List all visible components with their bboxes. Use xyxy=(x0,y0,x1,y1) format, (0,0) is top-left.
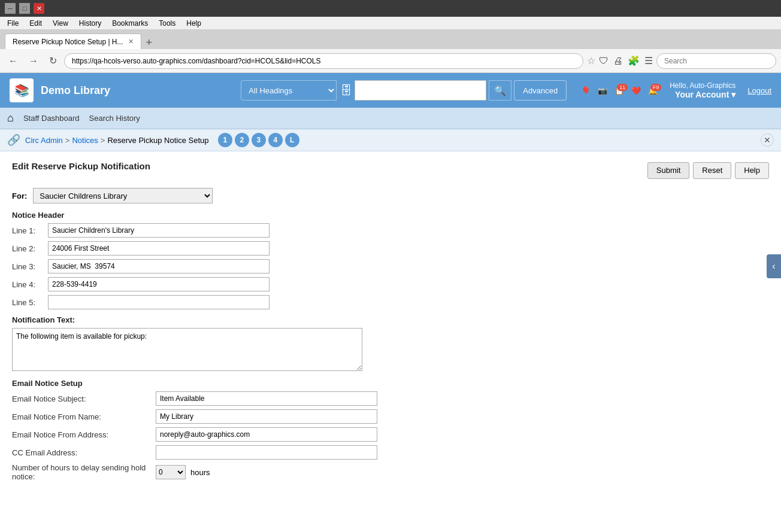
logout-button[interactable]: Logout xyxy=(747,86,771,95)
step-1[interactable]: 1 xyxy=(218,133,232,147)
balloon-icon-wrapper[interactable]: 🎈 xyxy=(581,86,591,95)
balloon-icon: 🎈 xyxy=(581,86,591,95)
search-history-link[interactable]: Search History xyxy=(89,114,140,123)
search-container: All Headings 🗄 🔍 Advanced xyxy=(241,80,567,101)
email-subject-label: Email Notice Subject: xyxy=(12,394,156,403)
close-button[interactable]: ✕ xyxy=(34,3,44,14)
new-tab-button[interactable]: + xyxy=(144,37,155,49)
form-area: Edit Reserve Pickup Notification Submit … xyxy=(0,151,781,494)
breadcrumb: 🔗 Circ Admin > Notices > Reserve Pickup … xyxy=(7,133,299,147)
heart-icon-wrapper[interactable]: ❤️ xyxy=(631,86,641,95)
for-label: For: xyxy=(12,191,27,200)
step-3[interactable]: 3 xyxy=(252,133,266,147)
help-button[interactable]: Help xyxy=(735,162,769,179)
menu-history[interactable]: History xyxy=(74,18,106,29)
step-l[interactable]: L xyxy=(285,133,299,147)
browser-search-input[interactable] xyxy=(656,53,776,69)
notification-text-row: The following item is available for pick… xyxy=(12,328,769,373)
email-subject-input[interactable] xyxy=(156,391,377,406)
breadcrumb-circ-admin[interactable]: Circ Admin xyxy=(25,136,63,145)
browser-toolbar-icons: 🛡 🖨 🧩 ☰ xyxy=(599,55,653,66)
search-input[interactable] xyxy=(355,80,486,101)
line2-label: Line 2: xyxy=(12,244,48,253)
line2-input[interactable] xyxy=(48,241,270,256)
database-icon[interactable]: 🗄 xyxy=(340,84,352,98)
breadcrumb-current: Reserve Pickup Notice Setup xyxy=(107,136,208,145)
menu-edit[interactable]: Edit xyxy=(25,18,47,29)
menu-view[interactable]: View xyxy=(48,18,73,29)
line5-label: Line 5: xyxy=(12,298,48,307)
line4-input[interactable] xyxy=(48,277,270,291)
search-button[interactable]: 🔍 xyxy=(489,80,511,101)
menu-tools[interactable]: Tools xyxy=(154,18,180,29)
line1-input[interactable] xyxy=(48,223,270,238)
sidebar-toggle-button[interactable]: ‹ xyxy=(767,254,781,278)
browser-shield-icon[interactable]: 🛡 xyxy=(599,56,609,66)
staff-dashboard-link[interactable]: Staff Dashboard xyxy=(23,114,80,123)
user-section: Hello, Auto-Graphics Your Account ▾ xyxy=(670,81,735,99)
browser-extension-icon[interactable]: 🧩 xyxy=(628,55,640,66)
breadcrumb-notices[interactable]: Notices xyxy=(72,136,98,145)
close-content-button[interactable]: ✕ xyxy=(761,133,774,147)
line3-row: Line 3: xyxy=(12,259,769,273)
chevron-down-icon: ▾ xyxy=(731,90,735,99)
forward-button[interactable]: → xyxy=(25,53,42,69)
form-title: Edit Reserve Pickup Notification xyxy=(12,161,150,171)
notification-text-label: Notification Text: xyxy=(12,315,769,324)
advanced-button[interactable]: Advanced xyxy=(514,80,567,101)
home-icon[interactable]: ⌂ xyxy=(7,112,14,124)
window-controls[interactable]: ─ □ ✕ xyxy=(5,3,44,14)
delay-label: Number of hours to delay sending hold no… xyxy=(12,463,156,481)
breadcrumb-bar: 🔗 Circ Admin > Notices > Reserve Pickup … xyxy=(0,129,781,151)
step-4[interactable]: 4 xyxy=(268,133,283,147)
bookmark-icon[interactable]: ☆ xyxy=(587,55,595,66)
browser-nav-bar: ← → ↻ ☆ 🛡 🖨 🧩 ☰ xyxy=(0,49,781,73)
headings-dropdown[interactable]: All Headings xyxy=(241,80,337,101)
line1-label: Line 1: xyxy=(12,226,48,235)
line4-label: Line 4: xyxy=(12,280,48,289)
line5-input[interactable] xyxy=(48,295,270,309)
submit-button[interactable]: Submit xyxy=(647,162,689,179)
tab-label: Reserve Pickup Notice Setup | H... xyxy=(13,38,123,46)
account-dropdown[interactable]: Your Account ▾ xyxy=(670,90,735,99)
header-icons: 🎈 📷 📋 11 ❤️ 🔔 F9 xyxy=(581,86,658,95)
cc-email-row: CC Email Address: xyxy=(12,445,769,460)
bell-badge: F9 xyxy=(650,84,662,91)
for-select[interactable]: Saucier Childrens Library xyxy=(33,188,213,203)
notice-header-section: Notice Header xyxy=(12,211,769,220)
address-bar[interactable] xyxy=(64,53,583,69)
notification-text-input[interactable]: The following item is available for pick… xyxy=(12,328,362,371)
step-2[interactable]: 2 xyxy=(235,133,249,147)
minimize-button[interactable]: ─ xyxy=(5,3,16,14)
menu-file[interactable]: File xyxy=(2,18,23,29)
active-tab[interactable]: Reserve Pickup Notice Setup | H... ✕ xyxy=(5,34,141,49)
camera-icon: 📷 xyxy=(598,86,607,95)
cc-email-label: CC Email Address: xyxy=(12,448,156,457)
tab-close-icon[interactable]: ✕ xyxy=(128,38,134,45)
reset-button[interactable]: Reset xyxy=(693,162,731,179)
delay-select[interactable]: 0 1 2 4 8 12 24 xyxy=(156,465,186,479)
heart-icon: ❤️ xyxy=(631,86,641,95)
delay-row: Number of hours to delay sending hold no… xyxy=(12,463,769,481)
back-button[interactable]: ← xyxy=(5,53,22,69)
library-name: Demo Library xyxy=(41,84,234,97)
email-subject-row: Email Notice Subject: xyxy=(12,391,769,406)
tab-bar: Reserve Pickup Notice Setup | H... ✕ + xyxy=(0,30,781,49)
email-from-name-input[interactable] xyxy=(156,409,377,424)
app-header: 📚 Demo Library All Headings 🗄 🔍 Advanced… xyxy=(0,73,781,108)
email-from-name-label: Email Notice From Name: xyxy=(12,412,156,421)
line3-input[interactable] xyxy=(48,259,270,273)
browser-menu-icon[interactable]: ☰ xyxy=(644,55,653,66)
menu-bookmarks[interactable]: Bookmarks xyxy=(107,18,153,29)
browser-print-icon[interactable]: 🖨 xyxy=(613,56,623,66)
bell-icon-wrapper[interactable]: 🔔 F9 xyxy=(648,86,658,95)
maximize-button[interactable]: □ xyxy=(19,3,30,14)
reload-button[interactable]: ↻ xyxy=(46,53,60,69)
hours-label: hours xyxy=(190,468,210,477)
content-area: 🔗 Circ Admin > Notices > Reserve Pickup … xyxy=(0,129,781,494)
menu-help[interactable]: Help xyxy=(181,18,206,29)
camera-icon-wrapper[interactable]: 📷 xyxy=(598,86,607,95)
list-icon-wrapper[interactable]: 📋 11 xyxy=(614,86,624,95)
cc-email-input[interactable] xyxy=(156,445,377,460)
email-from-address-input[interactable] xyxy=(156,427,377,442)
